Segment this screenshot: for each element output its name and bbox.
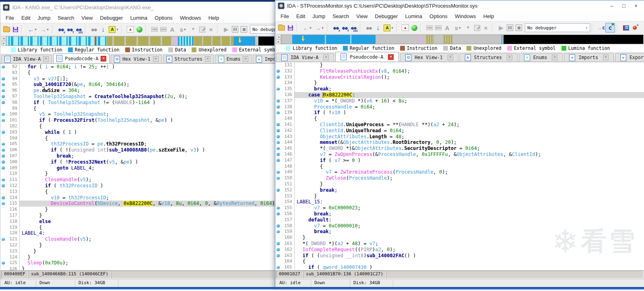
code-line-112[interactable]: 112 if ( th32ProcessID ): [0, 183, 275, 189]
code-text[interactable]: break;: [20, 153, 275, 159]
breakpoint-gutter[interactable]: [0, 225, 6, 231]
code-line-104[interactable]: 104 {: [0, 135, 275, 141]
attach-process-icon[interactable]: →c: [597, 23, 605, 32]
breakpoint-gutter[interactable]: [0, 266, 6, 270]
tab-close-icon[interactable]: ×: [205, 56, 211, 62]
breakpoint-dot-icon[interactable]: [275, 139, 281, 146]
debug-stop-icon[interactable]: [239, 25, 248, 34]
code-text[interactable]: }: [20, 266, 275, 270]
breakpoint-dot-icon[interactable]: [0, 165, 6, 171]
search-text-icon[interactable]: T: [341, 23, 349, 32]
breakpoint-gutter[interactable]: [0, 171, 6, 177]
navigate-forward-icon[interactable]: →▾: [38, 25, 50, 34]
breakpoint-gutter[interactable]: [275, 217, 281, 223]
breakpoint-gutter[interactable]: [275, 92, 281, 98]
breakpoint-dot-icon[interactable]: [275, 241, 281, 247]
code-line-139[interactable]: 139 if ( !v10 ): [275, 110, 644, 116]
navigation-band[interactable]: [281, 35, 644, 44]
code-line-98[interactable]: 98 if ( Toolhelp32Snapshot != (HANDLE)-1…: [0, 100, 275, 106]
code-text[interactable]: LABEL_15:: [295, 199, 644, 205]
maximize-button[interactable]: □: [618, 3, 630, 9]
menu-item[interactable]: Lumina: [126, 15, 151, 21]
titlebar[interactable]: IDA - KANG.exe_ C:\Users\PC\Desktop\Desk…: [0, 2, 275, 12]
window-kang-exe[interactable]: IDA - KANG.exe_ C:\Users\PC\Desktop\Desk…: [0, 2, 275, 289]
breakpoint-gutter[interactable]: [275, 181, 281, 187]
code-text[interactable]: }: [20, 254, 275, 260]
tab-close-icon[interactable]: ×: [323, 55, 329, 60]
code-text[interactable]: sub_14001E720(&pe, 0i64, 304i64);: [20, 82, 275, 88]
code-text[interactable]: }: [295, 80, 644, 86]
code-line-108[interactable]: 108 if ( !Process32Next(v5, &pe) ): [0, 159, 275, 165]
tab-close-icon[interactable]: ×: [603, 55, 609, 60]
code-text[interactable]: goto LABEL_4;: [20, 165, 275, 171]
code-line-119[interactable]: 119 {: [0, 225, 275, 231]
open-pseudocode-icon[interactable]: c⚑: [605, 23, 615, 33]
code-line-142[interactable]: 142 ClientId.UniqueThread = 0i64;: [275, 128, 644, 134]
breakpoint-dot-icon[interactable]: [275, 86, 281, 92]
breakpoint-dot-icon[interactable]: [0, 201, 6, 207]
code-text[interactable]: break;: [295, 86, 644, 92]
jump-address-icon[interactable]: ↓: [99, 25, 107, 34]
tab-close-icon[interactable]: ×: [507, 55, 512, 60]
code-line-106[interactable]: 106 if ( !(unsigned int)sub_140008AB0(pe…: [0, 147, 275, 153]
code-text[interactable]: }: [295, 235, 644, 241]
debugger-select[interactable]: No debugger▾: [250, 25, 275, 34]
code-line-149[interactable]: 149 v7 = ZwTerminateProcess(ProcessHandl…: [275, 169, 644, 175]
view-tab[interactable]: Structures ×: [460, 53, 518, 61]
breakpoint-gutter[interactable]: [275, 235, 281, 241]
tab-close-icon[interactable]: ×: [243, 56, 248, 62]
code-line-115[interactable]: 115 DeviceIoControl(hDevice, 0xB822200C,…: [0, 201, 275, 207]
code-text[interactable]: v7 = ZwOpenProcess(&ProcessHandle, 0x1FF…: [295, 152, 644, 158]
breakpoint-gutter[interactable]: [0, 123, 6, 129]
search-binary-icon[interactable]: 101: [349, 23, 358, 32]
code-line-147[interactable]: 147 if ( v7 >= 0 ): [275, 158, 644, 164]
code-line-155[interactable]: 155 v7 = 0xC0000023;: [275, 205, 644, 211]
menu-item[interactable]: Jump: [309, 13, 329, 19]
search-text-icon[interactable]: T: [66, 25, 74, 34]
problems-icon[interactable]: ▲: [126, 25, 135, 34]
menu-item[interactable]: Options: [426, 13, 451, 19]
code-text[interactable]: case 0xB822200C:: [295, 92, 644, 98]
menu-item[interactable]: View: [78, 15, 96, 21]
code-line-151[interactable]: 151 }: [275, 181, 644, 187]
code-text[interactable]: for ( i = 0i64; i != 25; ++i ): [20, 64, 275, 70]
breakpoint-dot-icon[interactable]: [0, 147, 6, 153]
debug-pause-icon[interactable]: [231, 25, 239, 34]
code-text[interactable]: }: [20, 213, 275, 219]
code-text[interactable]: {: [20, 123, 275, 129]
menu-item[interactable]: Help: [480, 13, 498, 19]
code-text[interactable]: LABEL_4:: [20, 230, 275, 236]
make-ascii-icon[interactable]: A: [443, 23, 452, 32]
code-line-123[interactable]: 123 }: [0, 248, 275, 254]
breakpoint-dot-icon[interactable]: [275, 146, 281, 152]
breakpoint-gutter[interactable]: [0, 242, 6, 248]
code-line-92[interactable]: 92 for ( i = 0i64; i != 25; ++i ): [0, 64, 275, 70]
tab-close-icon[interactable]: ×: [388, 54, 394, 60]
code-line-152[interactable]: 152 break;: [275, 187, 644, 193]
breakpoint-dot-icon[interactable]: [275, 211, 281, 217]
menu-item[interactable]: Windows: [451, 13, 480, 19]
breakpoint-dot-icon[interactable]: [275, 175, 281, 181]
code-text[interactable]: if ( qword_140007430 ): [295, 264, 644, 270]
breakpoint-dot-icon[interactable]: [0, 76, 6, 82]
breakpoint-dot-icon[interactable]: [275, 205, 281, 211]
debug-pause-icon[interactable]: [506, 23, 514, 32]
code-text[interactable]: FltReleasePushLockEx(v8, 0i64);: [295, 68, 644, 74]
code-text[interactable]: {: [20, 106, 275, 112]
band-scroll-right-icon[interactable]: ▸: [1, 41, 6, 46]
rename-icon[interactable]: A▾: [107, 25, 120, 34]
code-text[interactable]: v5 = Toolhelp32Snapshot;: [20, 111, 275, 117]
breakpoint-dot-icon[interactable]: [275, 128, 281, 134]
breakpoint-dot-icon[interactable]: [0, 129, 6, 135]
code-line-150[interactable]: 150 ZwClose(ProcessHandle);: [275, 175, 644, 181]
code-text[interactable]: {: [20, 70, 275, 76]
make-struct-icon[interactable]: s▾: [452, 23, 464, 32]
navigate-forward-icon[interactable]: →▾: [313, 23, 325, 32]
menu-item[interactable]: Edit: [293, 13, 309, 19]
code-line-138[interactable]: 138 ProcessHandle = 0i64;: [275, 104, 644, 110]
make-code-icon[interactable]: CODE: [150, 25, 159, 34]
menu-item[interactable]: Search: [329, 13, 353, 19]
code-text[interactable]: }: [295, 193, 644, 199]
code-line-105[interactable]: 105 th32ProcessID = pe.th32ProcessID;: [0, 141, 275, 147]
make-code-icon[interactable]: CODE: [425, 23, 434, 32]
